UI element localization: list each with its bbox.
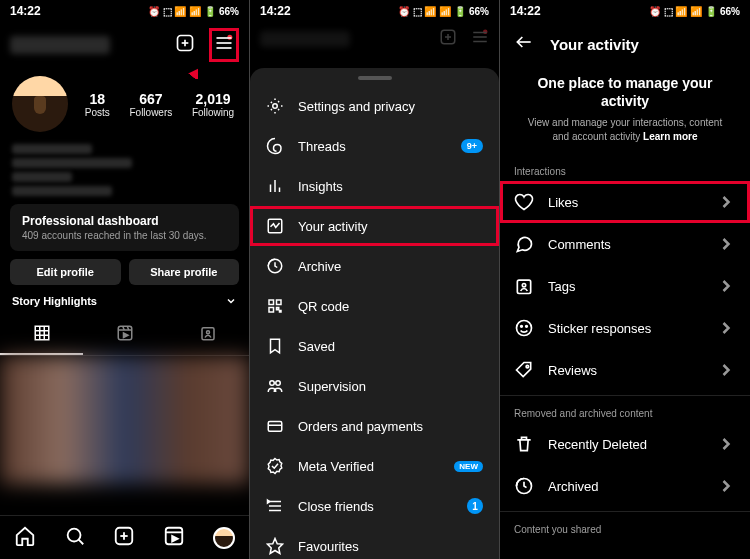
svg-point-61 <box>517 321 532 336</box>
svg-marker-27 <box>172 536 178 542</box>
status-bar: 14:22 ⏰ ⬚ 📶 📶 🔋66% <box>250 0 499 22</box>
svg-rect-43 <box>269 308 274 313</box>
sticker-icon <box>514 318 534 338</box>
profile-screen: 14:22 ⏰ ⬚ 📶 📶 🔋66% 18Posts 667Followers … <box>0 0 250 559</box>
menu-settings[interactable]: Settings and privacy <box>250 86 499 126</box>
home-tab[interactable] <box>14 525 36 551</box>
menu-qr[interactable]: QR code <box>250 286 499 326</box>
following-stat[interactable]: 2,019Following <box>192 91 234 118</box>
story-highlights-header[interactable]: Story Highlights <box>0 285 249 317</box>
menu-threads[interactable]: Threads9+ <box>250 126 499 166</box>
menu-icon <box>471 28 489 50</box>
menu-close-friends[interactable]: Close friends1 <box>250 486 499 526</box>
edit-profile-button[interactable]: Edit profile <box>10 259 121 285</box>
your-activity-screen: 14:22 ⏰ ⬚ 📶 📶 🔋66% Your activity One pla… <box>500 0 750 559</box>
trash-icon <box>514 434 534 454</box>
activity-tags[interactable]: Tags <box>500 265 750 307</box>
professional-dashboard-card[interactable]: Professional dashboard 409 accounts reac… <box>10 204 239 251</box>
activity-reviews[interactable]: Reviews <box>500 349 750 391</box>
status-bar: 14:22 ⏰ ⬚ 📶 📶 🔋66% <box>0 0 249 22</box>
hero-text: One place to manage your activity View a… <box>500 66 750 158</box>
svg-marker-53 <box>268 500 270 503</box>
menu-meta-verified[interactable]: Meta VerifiedNEW <box>250 446 499 486</box>
learn-more-link[interactable]: Learn more <box>643 131 697 142</box>
menu-insights[interactable]: Insights <box>250 166 499 206</box>
svg-point-47 <box>276 381 281 386</box>
posts-stat[interactable]: 18Posts <box>85 91 110 118</box>
svg-marker-54 <box>268 539 283 554</box>
svg-rect-42 <box>277 300 282 305</box>
create-icon <box>439 28 457 50</box>
svg-rect-41 <box>269 300 274 305</box>
bottom-sheet: Settings and privacy Threads9+ Insights … <box>250 68 499 559</box>
grid-tab[interactable] <box>0 317 83 355</box>
section-removed: Removed and archived content <box>500 400 750 423</box>
svg-point-19 <box>206 331 209 334</box>
svg-point-64 <box>526 366 529 369</box>
menu-favourites[interactable]: Favourites <box>250 526 499 559</box>
content-tabs <box>0 317 249 356</box>
svg-point-63 <box>526 326 528 328</box>
hamburger-menu-button[interactable] <box>209 28 239 62</box>
reels-tab[interactable] <box>83 317 166 355</box>
archive-icon <box>514 476 534 496</box>
menu-supervision[interactable]: Supervision <box>250 366 499 406</box>
chevron-right-icon <box>716 192 736 212</box>
menu-archive[interactable]: Archive <box>250 246 499 286</box>
svg-line-21 <box>78 539 83 544</box>
chevron-down-icon <box>225 295 237 307</box>
price-tag-icon <box>514 360 534 380</box>
bottom-nav <box>0 515 249 559</box>
profile-avatar[interactable] <box>12 76 68 132</box>
svg-point-62 <box>521 326 523 328</box>
tag-icon <box>514 276 534 296</box>
followers-stat[interactable]: 667Followers <box>129 91 172 118</box>
section-interactions: Interactions <box>500 158 750 181</box>
reels-nav-tab[interactable] <box>163 525 185 551</box>
page-title: Your activity <box>550 36 639 53</box>
sheet-handle[interactable] <box>358 76 392 80</box>
svg-rect-8 <box>35 326 49 340</box>
activity-sticker-responses[interactable]: Sticker responses <box>500 307 750 349</box>
menu-your-activity[interactable]: Your activity <box>250 206 499 246</box>
heart-icon <box>514 192 534 212</box>
new-badge: NEW <box>454 461 483 472</box>
create-tab[interactable] <box>113 525 135 551</box>
tagged-tab[interactable] <box>166 317 249 355</box>
activity-archived[interactable]: Archived <box>500 465 750 507</box>
profile-header: 18Posts 667Followers 2,019Following <box>0 68 249 140</box>
svg-rect-45 <box>280 311 282 313</box>
search-tab[interactable] <box>64 525 86 551</box>
threads-badge: 9+ <box>461 139 483 153</box>
profile-nav-tab[interactable] <box>213 527 235 549</box>
section-shared: Content you shared <box>500 516 750 539</box>
username-dimmed <box>260 31 350 47</box>
menu-orders[interactable]: Orders and payments <box>250 406 499 446</box>
comment-icon <box>514 234 534 254</box>
svg-rect-48 <box>268 422 282 432</box>
create-post-button[interactable] <box>175 33 195 57</box>
username[interactable] <box>10 36 110 54</box>
activity-comments[interactable]: Comments <box>500 223 750 265</box>
activity-likes[interactable]: Likes <box>500 181 750 223</box>
status-indicators: ⏰ ⬚ 📶 📶 🔋66% <box>148 6 239 17</box>
posts-grid[interactable] <box>0 356 249 484</box>
share-profile-button[interactable]: Share profile <box>129 259 240 285</box>
clock: 14:22 <box>10 4 41 18</box>
svg-marker-17 <box>123 333 128 338</box>
svg-point-60 <box>522 284 525 287</box>
count-badge: 1 <box>467 498 483 514</box>
svg-point-35 <box>273 104 278 109</box>
svg-point-20 <box>67 528 80 541</box>
svg-rect-44 <box>277 308 279 310</box>
activity-recently-deleted[interactable]: Recently Deleted <box>500 423 750 465</box>
back-button[interactable] <box>514 32 534 56</box>
menu-sheet-screen: 14:22 ⏰ ⬚ 📶 📶 🔋66% Settings and privacy … <box>250 0 500 559</box>
menu-saved[interactable]: Saved <box>250 326 499 366</box>
svg-point-46 <box>270 381 275 386</box>
bio-text <box>12 144 237 196</box>
status-bar: 14:22 ⏰ ⬚ 📶 📶 🔋66% <box>500 0 750 22</box>
